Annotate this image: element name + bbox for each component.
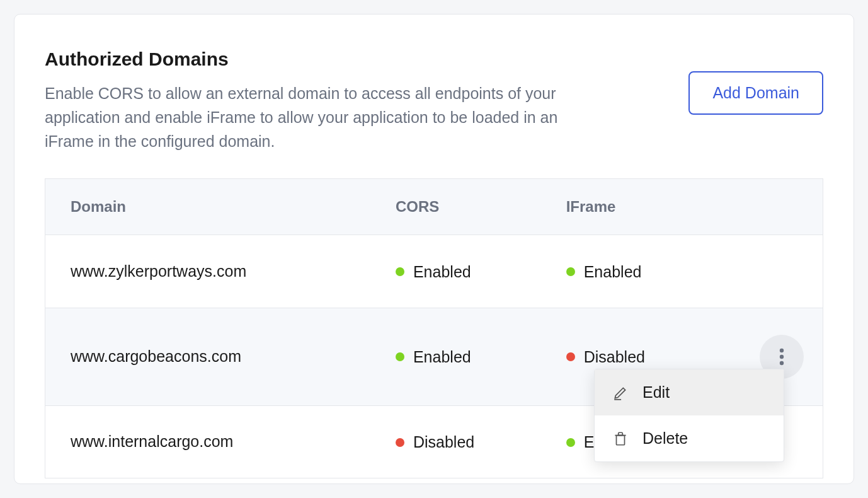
actions-cell (734, 235, 823, 308)
svg-rect-6 (619, 432, 623, 435)
cors-cell: Enabled (370, 235, 541, 308)
status-dot-icon (566, 438, 575, 447)
status-label: Enabled (413, 263, 471, 281)
section-description: Enable CORS to allow an external domain … (45, 81, 568, 153)
status-badge: Enabled (566, 263, 642, 281)
section-title: Authorized Domains (45, 49, 568, 70)
domains-table-wrap: Domain CORS IFrame www.zylkerportways.co… (45, 178, 823, 478)
col-header-actions (734, 179, 823, 235)
col-header-iframe: IFrame (541, 179, 734, 235)
status-badge: Disabled (566, 348, 645, 366)
menu-item-label: Edit (642, 383, 670, 402)
iframe-cell: Enabled (541, 235, 734, 308)
status-dot-icon (566, 352, 575, 361)
svg-point-0 (780, 348, 784, 352)
menu-item-edit[interactable]: Edit (595, 369, 784, 415)
domain-cell: www.internalcargo.com (45, 405, 370, 478)
trash-icon (612, 431, 629, 447)
domain-cell: www.cargobeacons.com (45, 308, 370, 405)
svg-point-2 (780, 361, 784, 364)
svg-point-1 (780, 354, 784, 358)
domain-cell: www.zylkerportways.com (45, 235, 370, 308)
table-header-row: Domain CORS IFrame (45, 179, 823, 235)
add-domain-button[interactable]: Add Domain (688, 71, 823, 115)
status-label: Enabled (584, 263, 642, 281)
status-dot-icon (566, 267, 575, 276)
table-row: www.zylkerportways.com Enabled Enabled (45, 235, 823, 308)
header-text-block: Authorized Domains Enable CORS to allow … (45, 49, 568, 153)
status-label: Disabled (413, 433, 474, 451)
cors-cell: Disabled (370, 405, 541, 478)
status-dot-icon (396, 267, 404, 276)
more-vertical-icon (779, 347, 784, 366)
status-label: Disabled (584, 348, 645, 366)
row-actions-menu: Edit Delete (594, 369, 784, 462)
status-dot-icon (396, 438, 404, 447)
col-header-domain: Domain (45, 179, 370, 235)
menu-item-delete[interactable]: Delete (595, 415, 784, 461)
authorized-domains-card: Authorized Domains Enable CORS to allow … (14, 14, 854, 484)
menu-item-label: Delete (642, 429, 688, 448)
section-header: Authorized Domains Enable CORS to allow … (45, 49, 823, 153)
status-badge: Enabled (396, 348, 471, 366)
status-badge: Enabled (396, 263, 471, 281)
cors-cell: Enabled (370, 308, 541, 405)
col-header-cors: CORS (370, 179, 541, 235)
status-dot-icon (396, 352, 404, 361)
svg-rect-4 (617, 435, 625, 444)
edit-icon (612, 385, 629, 401)
status-badge: Disabled (396, 433, 474, 451)
status-label: Enabled (413, 348, 471, 366)
